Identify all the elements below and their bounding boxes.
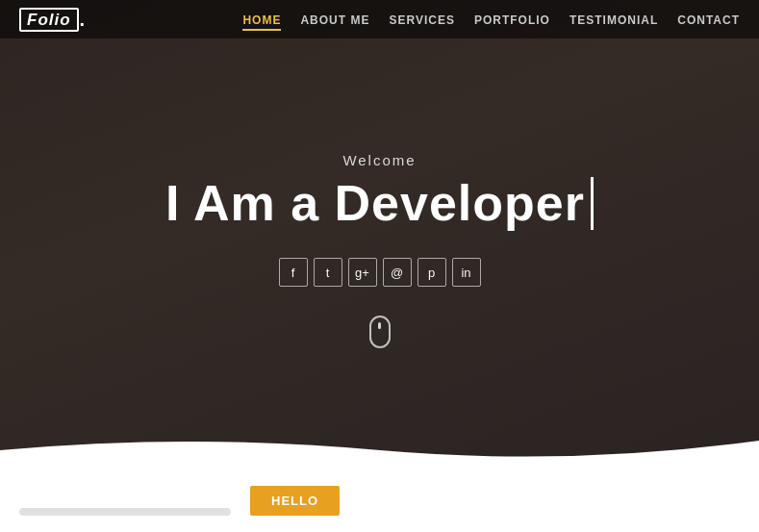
nav-item-portfolio[interactable]: PORTFOLIO — [474, 11, 550, 28]
nav-link-testimonial[interactable]: TESTIMONIAL — [569, 13, 658, 27]
bottom-section: HELLO — [0, 462, 759, 532]
twitter-icon[interactable]: t — [314, 258, 342, 287]
nav-item-contact[interactable]: CONTACT — [677, 11, 740, 28]
google-plus-icon[interactable]: g+ — [348, 258, 377, 287]
nav-link-about[interactable]: ABOUT ME — [300, 13, 369, 27]
nav-link-contact[interactable]: CONTACT — [677, 13, 740, 27]
nav-link-home[interactable]: HOME — [242, 13, 281, 31]
logo-dot: . — [80, 10, 86, 29]
hero-content: Welcome I Am a Developer f t g+ @ p in — [0, 0, 759, 462]
scroll-dot — [378, 322, 381, 329]
social-icons-group: f t g+ @ p in — [279, 258, 481, 287]
nav-item-about[interactable]: ABOUT ME — [300, 11, 369, 28]
bottom-content: HELLO — [0, 462, 759, 523]
wave-divider — [0, 433, 759, 467]
bottom-bar — [19, 508, 231, 516]
nav-link-services[interactable]: SERVICES — [389, 13, 454, 27]
nav-item-home[interactable]: HOME — [242, 11, 281, 28]
nav-item-services[interactable]: SERVICES — [389, 11, 454, 28]
logo-text: Folio — [19, 8, 79, 32]
navbar: Folio . HOME ABOUT ME SERVICES PORTFOLIO… — [0, 0, 759, 38]
nav-link-portfolio[interactable]: PORTFOLIO — [474, 13, 550, 27]
hero-title-text: I Am a Developer — [165, 176, 585, 231]
nav-links: HOME ABOUT ME SERVICES PORTFOLIO TESTIMO… — [242, 11, 740, 28]
linkedin-icon[interactable]: in — [452, 258, 481, 287]
logo[interactable]: Folio . — [19, 8, 85, 32]
instagram-icon[interactable]: @ — [383, 258, 412, 287]
facebook-icon[interactable]: f — [279, 258, 308, 287]
hero-title: I Am a Developer — [165, 176, 594, 231]
cursor-blink — [591, 177, 594, 230]
hello-button[interactable]: HELLO — [250, 486, 340, 516]
hero-section: Welcome I Am a Developer f t g+ @ p in — [0, 0, 759, 462]
hero-welcome-text: Welcome — [342, 152, 416, 168]
scroll-indicator — [369, 316, 391, 348]
nav-item-testimonial[interactable]: TESTIMONIAL — [569, 11, 658, 28]
pinterest-icon[interactable]: p — [417, 258, 446, 287]
